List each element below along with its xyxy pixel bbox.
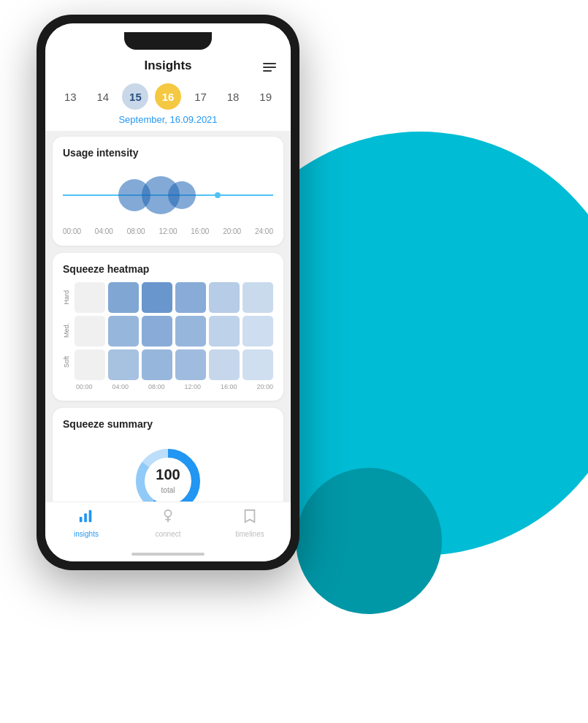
hmap-cell [108,282,139,313]
usage-intensity-title: Usage intensity [63,147,273,159]
donut-chart: 100 total [131,444,205,501]
hmap-cell [142,349,172,380]
y-label-hard: Hard [63,290,70,305]
donut-label: total [161,486,175,494]
svg-rect-6 [89,510,92,523]
hmap-cell [142,282,172,313]
heatmap-title: Squeeze heatmap [63,263,273,275]
connect-icon [160,508,176,528]
date-15[interactable]: 15 [122,83,148,110]
nav-timelines-label: timelines [235,530,264,538]
hmap-cell [108,316,139,347]
heatmap-grid-wrap: 00:00 04:00 08:00 12:00 16:00 20:00 [75,282,273,390]
svg-rect-5 [84,513,87,522]
home-bar [131,553,205,556]
svg-rect-4 [80,517,83,522]
date-17[interactable]: 17 [188,83,214,110]
hmap-cell [75,349,105,380]
hmap-cell [108,349,139,380]
menu-icon[interactable] [263,63,276,72]
nav-insights[interactable]: insights [45,508,127,538]
date-13[interactable]: 13 [57,83,83,110]
usage-chart [63,166,273,224]
svg-point-7 [164,510,171,517]
app-header: Insights [45,56,291,79]
hmap-cell [209,349,240,380]
hmap-cell [175,349,206,380]
date-19[interactable]: 19 [253,83,279,110]
heatmap-y-labels: Hard Med. Soft [63,282,70,390]
heatmap-card: Squeeze heatmap Hard Med. Soft 00:00 04:… [53,253,283,401]
hmap-cell [75,282,105,313]
bottom-nav: insights connect timelines [45,501,291,547]
donut-center: 100 total [156,466,180,496]
phone-screen: Insights 13 14 15 16 17 18 19 September,… [45,23,291,561]
bubble-3 [168,181,196,209]
squeeze-summary-title: Squeeze summary [63,418,273,430]
date-nav: 13 14 15 16 17 18 19 [45,79,291,113]
hmap-cell [209,282,240,313]
date-18[interactable]: 18 [220,83,246,110]
app-title: Insights [144,58,191,73]
donut-wrap: 100 total [63,437,273,501]
y-label-soft: Soft [63,356,70,368]
heatmap-grid [75,282,273,380]
y-label-med: Med. [63,323,70,338]
usage-x-labels: 00:00 04:00 08:00 12:00 16:00 20:00 24:0… [63,227,273,235]
nav-connect[interactable]: connect [127,508,209,538]
home-indicator [45,547,291,561]
phone-notch [124,32,212,50]
date-14[interactable]: 14 [90,83,116,110]
hmap-cell [175,282,206,313]
heatmap-container: Hard Med. Soft 00:00 04:00 08:00 12:00 1… [63,282,273,390]
hmap-cell [175,316,206,347]
hmap-cell [75,316,105,347]
dot-right [215,192,221,198]
hmap-cell [243,282,273,313]
heatmap-x-labels: 00:00 04:00 08:00 12:00 16:00 20:00 [75,383,273,390]
bookmark-icon [242,508,258,528]
hmap-cell [243,349,273,380]
date-label: September, 16.09.2021 [45,113,291,131]
hmap-cell [209,316,240,347]
hmap-cell [142,316,172,347]
donut-number: 100 [156,466,180,482]
scroll-area[interactable]: Usage intensity 00:00 04:00 08:00 12:00 [45,131,291,501]
squeeze-summary-card: Squeeze summary [53,408,283,501]
date-16[interactable]: 16 [155,83,181,110]
phone-shell: Insights 13 14 15 16 17 18 19 September,… [37,15,299,570]
hmap-cell [243,316,273,347]
nav-timelines[interactable]: timelines [209,508,291,538]
usage-intensity-card: Usage intensity 00:00 04:00 08:00 12:00 [53,137,283,246]
bg-circle-dark [296,468,442,614]
nav-connect-label: connect [155,530,180,538]
nav-insights-label: insights [74,530,99,538]
bar-chart-icon [78,508,94,528]
